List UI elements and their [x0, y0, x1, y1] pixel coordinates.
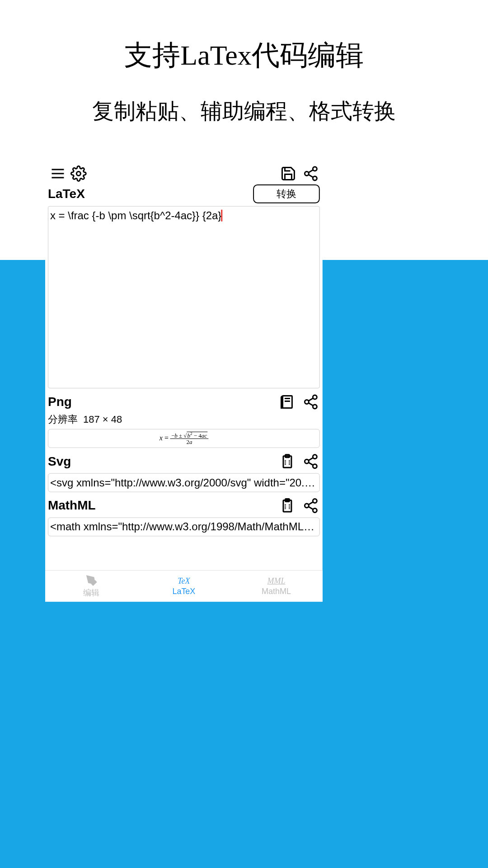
svg-code-output[interactable]: <svg xmlns="http://www.w3.org/2000/svg" … — [48, 473, 320, 492]
svg-point-3 — [76, 171, 80, 175]
latex-code-text: x = \frac {-b \pm \sqrt{b^2-4ac}} {2a} — [50, 209, 221, 222]
resolution-value: 187 × 48 — [83, 414, 122, 425]
svg-line-15 — [309, 403, 313, 406]
tab-edit[interactable]: 编辑 — [45, 571, 138, 602]
formula-render: x = −b ± √b2 − 4ac 2a — [160, 432, 208, 445]
svg-section-label: Svg — [48, 454, 71, 469]
svg-point-30 — [313, 499, 317, 503]
latex-section-label: LaTeX — [48, 187, 85, 201]
top-toolbar — [45, 162, 323, 184]
png-resolution: 分辨率 187 × 48 — [48, 411, 320, 428]
tab-mathml-icon: MML — [267, 576, 286, 586]
text-cursor — [221, 210, 222, 222]
svg-section: Svg <svg xmlns="http://www.w3.org/2000/s… — [45, 448, 323, 492]
save-icon[interactable] — [279, 165, 297, 183]
tab-latex[interactable]: TeX LaTeX — [138, 571, 230, 602]
svg-line-8 — [309, 170, 313, 173]
svg-point-31 — [305, 504, 309, 508]
svg-line-33 — [309, 507, 313, 509]
svg-point-6 — [313, 176, 317, 180]
tab-latex-label: LaTeX — [172, 587, 195, 596]
settings-icon[interactable] — [70, 165, 88, 183]
convert-button[interactable]: 转换 — [253, 184, 320, 203]
png-section: Png 分辨率 187 × 48 x = −b ± √b2 − — [45, 388, 323, 448]
tab-latex-icon: TeX — [178, 576, 190, 586]
tab-mathml[interactable]: MML MathML — [230, 571, 323, 602]
share-icon[interactable] — [302, 165, 320, 183]
png-section-label: Png — [48, 395, 72, 409]
svg-point-22 — [305, 459, 309, 463]
svg-point-13 — [305, 400, 309, 404]
share-png-icon[interactable] — [302, 393, 320, 411]
menu-icon[interactable] — [49, 165, 67, 183]
latex-header: LaTeX 转换 — [45, 184, 323, 206]
png-preview[interactable]: x = −b ± √b2 − 4ac 2a — [48, 429, 320, 448]
mathml-section-label: MathML — [48, 499, 96, 513]
bottom-tab-bar: 编辑 TeX LaTeX MML MathML — [45, 570, 323, 602]
share-mathml-icon[interactable] — [302, 497, 320, 515]
svg-line-25 — [309, 458, 313, 460]
resolution-label: 分辨率 — [48, 414, 78, 425]
promo-subtitle: 复制粘贴、辅助编程、格式转换 — [0, 74, 488, 126]
svg-point-14 — [313, 405, 317, 409]
mathml-code-output[interactable]: <math xmlns="http://www.w3.org/1998/Math… — [48, 517, 320, 536]
tab-edit-label: 编辑 — [83, 587, 99, 598]
svg-line-24 — [309, 462, 313, 465]
svg-point-4 — [313, 167, 317, 171]
clipboard-svg-icon[interactable] — [278, 453, 296, 471]
svg-point-21 — [313, 455, 317, 459]
app-frame: LaTeX 转换 x = \frac {-b \pm \sqrt{b^2-4ac… — [45, 162, 323, 602]
clipboard-mathml-icon[interactable] — [278, 497, 296, 515]
mathml-section: MathML <math xmlns="http://www.w3.org/19… — [45, 492, 323, 537]
svg-point-23 — [313, 464, 317, 468]
share-svg-icon[interactable] — [302, 453, 320, 471]
tab-mathml-label: MathML — [262, 587, 291, 596]
svg-point-32 — [313, 508, 317, 512]
svg-point-12 — [313, 395, 317, 399]
svg-point-5 — [305, 171, 309, 175]
svg-line-34 — [309, 502, 313, 505]
svg-line-16 — [309, 398, 313, 401]
latex-code-input[interactable]: x = \frac {-b \pm \sqrt{b^2-4ac}} {2a} — [48, 206, 320, 388]
svg-line-7 — [309, 175, 313, 177]
promo-title: 支持LaTex代码编辑 — [0, 0, 488, 74]
gallery-icon[interactable] — [278, 393, 296, 411]
